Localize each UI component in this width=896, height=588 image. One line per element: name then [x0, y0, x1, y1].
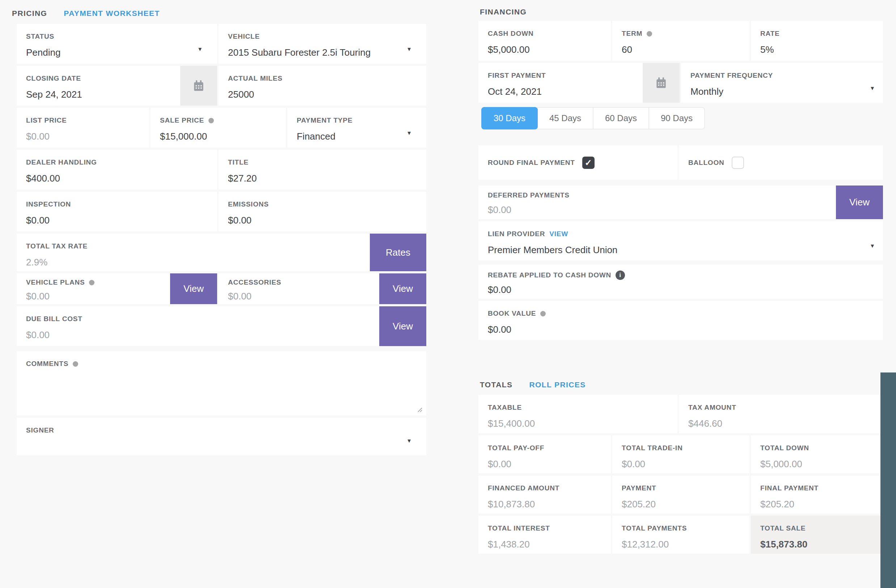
- chevron-down-icon[interactable]: ▼: [197, 46, 203, 52]
- accessories-field[interactable]: ACCESSORIES $0.00 View: [219, 273, 426, 304]
- due-bill-cost-field[interactable]: DUE BILL COST $0.00 View: [17, 306, 426, 346]
- deferred-payments-value: $0.00: [488, 204, 883, 216]
- resize-handle-icon[interactable]: [415, 406, 423, 413]
- row-round-balloon: ROUND FINAL PAYMENT BALLOON: [478, 145, 883, 180]
- comments-label: COMMENTS: [26, 360, 426, 368]
- book-value-field[interactable]: BOOK VALUE $0.00: [478, 301, 883, 340]
- info-dot-icon: [89, 280, 94, 285]
- rate-field[interactable]: RATE 5%: [751, 21, 883, 61]
- chevron-down-icon[interactable]: ▼: [406, 438, 412, 444]
- term-value: 60: [622, 44, 750, 55]
- totals-title: TOTALS: [480, 380, 512, 389]
- info-dot-icon: [540, 311, 546, 316]
- row-lien-provider: LIEN PROVIDER VIEW Premier Members Credi…: [478, 221, 883, 260]
- chevron-down-icon[interactable]: ▼: [870, 243, 875, 249]
- rates-button[interactable]: Rates: [370, 234, 426, 271]
- comments-textarea[interactable]: [20, 373, 423, 412]
- info-dot-icon: [73, 361, 78, 367]
- info-icon[interactable]: i: [616, 270, 625, 280]
- lien-provider-field[interactable]: LIEN PROVIDER VIEW Premier Members Credi…: [478, 221, 883, 260]
- actual-miles-field[interactable]: ACTUAL MILES 25000: [219, 66, 426, 106]
- row-prices: LIST PRICE $0.00 SALE PRICE $15,000.00 P…: [17, 108, 426, 147]
- signer-field[interactable]: SIGNER ▼: [17, 418, 426, 455]
- calendar-button[interactable]: [643, 63, 680, 103]
- vehicle-label: VEHICLE: [228, 33, 426, 41]
- taxable-field: TAXABLE $15,400.00: [478, 395, 677, 433]
- total-tax-rate-field[interactable]: TOTAL TAX RATE 2.9% Rates: [17, 234, 426, 271]
- calendar-button[interactable]: [180, 66, 217, 106]
- final-payment-field: FINAL PAYMENT $205.20: [751, 476, 883, 514]
- payment-frequency-field[interactable]: PAYMENT FREQUENCY Monthly ▼: [681, 63, 883, 103]
- deferred-payments-label: DEFERRED PAYMENTS: [488, 191, 883, 199]
- list-price-field[interactable]: LIST PRICE $0.00: [17, 108, 149, 147]
- term-field[interactable]: TERM 60: [612, 21, 750, 61]
- row-handling-title: DEALER HANDLING $400.00 TITLE $27.20: [17, 150, 426, 190]
- list-price-value: $0.00: [26, 131, 149, 142]
- inspection-field[interactable]: INSPECTION $0.00: [17, 191, 217, 231]
- deferred-payments-field[interactable]: DEFERRED PAYMENTS $0.00 View: [478, 185, 883, 219]
- vehicle-plans-view-button[interactable]: View: [170, 273, 217, 304]
- final-payment-label: FINAL PAYMENT: [760, 484, 883, 492]
- title-fee-field[interactable]: TITLE $27.20: [219, 150, 426, 190]
- status-value: Pending: [26, 47, 217, 58]
- cash-down-field[interactable]: CASH DOWN $5,000.00: [478, 21, 611, 61]
- chevron-down-icon[interactable]: ▼: [870, 85, 875, 91]
- accessories-view-button[interactable]: View: [379, 273, 426, 304]
- dealer-handling-field[interactable]: DEALER HANDLING $400.00: [17, 150, 217, 190]
- emissions-field[interactable]: EMISSIONS $0.00: [219, 191, 426, 231]
- tab-payment-worksheet[interactable]: PAYMENT WORKSHEET: [64, 9, 160, 18]
- round-final-payment-checkbox[interactable]: [582, 156, 594, 169]
- status-field[interactable]: STATUS Pending ▼: [17, 24, 217, 64]
- dealer-handling-label: DEALER HANDLING: [26, 158, 217, 166]
- pricing-section: PRICING PAYMENT WORKSHEET STATUS Pending…: [12, 0, 427, 457]
- row-tax-rate: TOTAL TAX RATE 2.9% Rates: [17, 234, 426, 271]
- vehicle-plans-field[interactable]: VEHICLE PLANS $0.00 View: [17, 273, 217, 304]
- days-option-45[interactable]: 45 Days: [537, 107, 593, 129]
- tab-pricing[interactable]: PRICING: [12, 9, 47, 18]
- due-bill-cost-label: DUE BILL COST: [26, 315, 426, 323]
- actual-miles-value: 25000: [228, 89, 426, 100]
- pricing-tabs: PRICING PAYMENT WORKSHEET: [12, 0, 427, 24]
- total-down-value: $5,000.00: [760, 459, 883, 470]
- lien-provider-value: Premier Members Credit Union: [488, 245, 883, 256]
- signer-label: SIGNER: [26, 426, 426, 434]
- row-signer: SIGNER ▼: [17, 418, 426, 455]
- inspection-label: INSPECTION: [26, 201, 217, 208]
- rebate-applied-label: REBATE APPLIED TO CASH DOWN i: [488, 270, 883, 280]
- financed-amount-field: FINANCED AMOUNT $10,873.80: [478, 476, 611, 514]
- days-option-60[interactable]: 60 Days: [593, 107, 649, 129]
- first-payment-field[interactable]: FIRST PAYMENT Oct 24, 2021: [478, 63, 680, 103]
- closing-date-field[interactable]: CLOSING DATE Sep 24, 2021: [17, 66, 217, 106]
- book-value-value: $0.00: [488, 324, 883, 335]
- row-status-vehicle: STATUS Pending ▼ VEHICLE 2015 Subaru For…: [17, 24, 426, 64]
- taxable-value: $15,400.00: [488, 418, 677, 429]
- sale-price-field[interactable]: SALE PRICE $15,000.00: [151, 108, 286, 147]
- chevron-down-icon[interactable]: ▼: [406, 130, 412, 136]
- rate-value: 5%: [760, 44, 883, 55]
- days-option-90[interactable]: 90 Days: [649, 107, 705, 129]
- payment-type-field[interactable]: PAYMENT TYPE Financed ▼: [287, 108, 426, 147]
- vehicle-field[interactable]: VEHICLE 2015 Subaru Forester 2.5i Tourin…: [219, 24, 426, 64]
- days-option-30[interactable]: 30 Days: [481, 107, 538, 129]
- total-payoff-label: TOTAL PAY-OFF: [488, 444, 611, 452]
- balloon-checkbox[interactable]: [732, 156, 744, 169]
- due-bill-view-button[interactable]: View: [379, 306, 426, 346]
- roll-prices-link[interactable]: ROLL PRICES: [529, 380, 585, 389]
- total-payments-label: TOTAL PAYMENTS: [622, 524, 750, 532]
- emissions-value: $0.00: [228, 215, 426, 226]
- deferred-payments-view-button[interactable]: View: [836, 185, 883, 219]
- rebate-applied-field[interactable]: REBATE APPLIED TO CASH DOWN i $0.00: [478, 265, 883, 299]
- lien-provider-view-link[interactable]: VIEW: [549, 230, 568, 238]
- total-tax-rate-label: TOTAL TAX RATE: [26, 242, 426, 250]
- chevron-down-icon[interactable]: ▼: [406, 46, 412, 52]
- title-fee-value: $27.20: [228, 173, 426, 184]
- tax-amount-label: TAX AMOUNT: [688, 404, 883, 412]
- row-book-value: BOOK VALUE $0.00: [478, 301, 883, 340]
- status-label: STATUS: [26, 33, 217, 41]
- balloon-label: BALLOON: [688, 159, 724, 167]
- tax-amount-field: TAX AMOUNT $446.60: [679, 395, 883, 433]
- rate-label: RATE: [760, 30, 883, 38]
- comments-field: COMMENTS: [17, 351, 426, 415]
- row-interest-payments-sale: TOTAL INTEREST $1,438.20 TOTAL PAYMENTS …: [478, 516, 883, 554]
- row-rebate: REBATE APPLIED TO CASH DOWN i $0.00: [478, 265, 883, 299]
